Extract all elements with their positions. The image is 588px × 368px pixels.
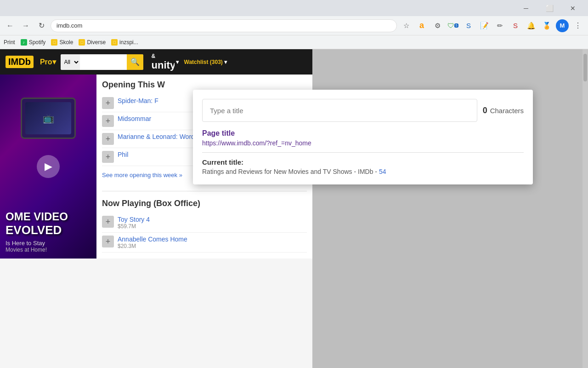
tv-icon: 📺: [43, 113, 54, 124]
diverse-label: Diverse: [87, 39, 106, 46]
movie-title-0[interactable]: Spider-Man: F: [118, 97, 158, 104]
playing-info-1: Annabelle Comes Home $20.3M: [118, 236, 187, 249]
skole-label: Skole: [59, 39, 73, 46]
minimize-button[interactable]: ─: [515, 0, 537, 16]
add-movie-btn-2[interactable]: +: [102, 133, 114, 145]
spotify-label: Spotify: [29, 39, 46, 46]
s-extension-icon[interactable]: S: [462, 19, 475, 32]
playing-item-0: + Toy Story 4 $59.7M: [102, 213, 307, 233]
imdb-pro-label: Pro▾: [40, 58, 56, 66]
now-playing-title: Now Playing (Box Office): [102, 199, 307, 208]
shield-extension-icon[interactable]: 🛡5: [447, 19, 459, 32]
movie-info-3: Phil: [118, 151, 128, 158]
imdb-logo: IMDb: [6, 56, 34, 68]
bookmark-print[interactable]: Print: [4, 39, 15, 46]
browser-toolbar: ← → ↻ imdb.com ☆ a ⚙ 🛡5 S 📝 ✏ S 🔔 🏅 M ⋮: [0, 16, 588, 35]
current-title-label: Current title:: [202, 158, 524, 166]
bookmark-spotify[interactable]: ♪ Spotify: [21, 39, 46, 46]
imdb-search-button[interactable]: 🔍: [127, 54, 143, 70]
bell-extension-icon[interactable]: 🔔: [525, 19, 537, 32]
playing-price-0: $59.7M: [118, 223, 150, 230]
opening-section-title: Opening This W: [102, 80, 307, 90]
watchlist-label: Watchlist (303): [184, 59, 223, 65]
tv-screen: 📺: [25, 102, 71, 134]
add-movie-btn-3[interactable]: +: [102, 151, 114, 163]
char-count-display: 0 Characters: [483, 106, 524, 115]
title-bar: ─ ⬜ ✕: [0, 0, 588, 16]
playing-title-1[interactable]: Annabelle Comes Home: [118, 236, 187, 243]
imdb-search-select[interactable]: All: [61, 54, 80, 70]
imdb-header: IMDb Pro▾ All 🔍 &unity ▾: [0, 49, 312, 75]
section-divider: [102, 191, 307, 191]
imdb-pro-text: Pro: [40, 58, 52, 66]
bookmarks-bar: Print ♪ Spotify □ Skole □ Diverse □ inzs…: [0, 35, 588, 49]
star-icon[interactable]: ☆: [400, 19, 413, 32]
playing-info-0: Toy Story 4 $59.7M: [118, 216, 150, 230]
imdb-nav: &unity ▾ Watchlist (303) ▾: [152, 53, 227, 71]
add-playing-btn-0[interactable]: +: [102, 216, 114, 228]
playing-item-1: + Annabelle Comes Home $20.3M: [102, 233, 307, 253]
hero-title-line2: EVOLVED: [6, 224, 91, 236]
hero-image: 📺 ▶ OME VIDEO EVOLVED Is Here to Stay Mo…: [0, 75, 96, 259]
back-button[interactable]: ←: [4, 19, 17, 32]
hero-title-line1: OME VIDEO: [6, 211, 91, 222]
maximize-button[interactable]: ⬜: [539, 0, 560, 16]
scrollbar[interactable]: [582, 49, 588, 368]
characters-label: Characters: [490, 107, 524, 115]
spotify-icon: ♪: [21, 39, 27, 46]
gear-icon[interactable]: ⚙: [431, 19, 444, 32]
close-button[interactable]: ✕: [562, 0, 583, 16]
unity-text: unity: [152, 59, 175, 71]
current-title-char-count: 54: [379, 168, 386, 175]
add-movie-btn-1[interactable]: +: [102, 115, 114, 127]
skole-icon: □: [51, 39, 57, 46]
user-avatar[interactable]: M: [556, 19, 569, 32]
print-label: Print: [4, 39, 15, 46]
popup-divider: [202, 152, 524, 153]
add-movie-btn-0[interactable]: +: [102, 97, 114, 109]
content-area: IMDb Pro▾ All 🔍 &unity ▾: [0, 49, 588, 368]
reload-button[interactable]: ↻: [35, 19, 48, 32]
current-title-section: Current title: Ratings and Reviews for N…: [202, 158, 524, 175]
playing-price-1: $20.3M: [118, 243, 187, 249]
edit-extension-icon[interactable]: ✏: [493, 19, 506, 32]
imdb-watchlist-nav[interactable]: Watchlist (303) ▾: [184, 59, 227, 65]
title-input[interactable]: [202, 99, 477, 122]
inzspi-icon: □: [111, 39, 118, 46]
bookmark-diverse[interactable]: □ Diverse: [79, 39, 106, 46]
title-editor-popup: 0 Characters Page title https://www.imdb…: [193, 90, 533, 184]
page-url[interactable]: https://www.imdb.com/?ref_=nv_home: [202, 139, 524, 147]
add-playing-btn-1[interactable]: +: [102, 236, 114, 247]
bookmark-inzspi[interactable]: □ inzspi...: [111, 39, 138, 46]
current-title-value: Ratings and Reviews for New Movies and T…: [202, 168, 524, 175]
hero-sub2: Movies at Home!: [6, 247, 91, 253]
play-button[interactable]: ▶: [37, 155, 60, 178]
tv-shape: 📺: [21, 98, 76, 139]
pencil-extension-icon[interactable]: 📝: [478, 19, 491, 32]
page-title-label: Page title: [202, 129, 524, 138]
amazon-icon[interactable]: a: [415, 19, 428, 32]
menu-button[interactable]: ⋮: [571, 19, 584, 32]
bookmark-skole[interactable]: □ Skole: [51, 39, 73, 46]
red-s-extension-icon[interactable]: S: [509, 19, 522, 32]
current-title-text: Ratings and Reviews for New Movies and T…: [202, 168, 379, 175]
tv-container: 📺: [21, 88, 76, 146]
imdb-community-nav[interactable]: &unity ▾: [152, 53, 179, 71]
address-bar[interactable]: imdb.com: [51, 19, 397, 32]
left-panel: 📺 ▶ OME VIDEO EVOLVED Is Here to Stay Mo…: [0, 75, 96, 259]
diverse-icon: □: [79, 39, 85, 46]
watchlist-arrow: ▾: [224, 59, 227, 65]
nav-arrow-0: ▾: [176, 59, 179, 65]
playing-title-0[interactable]: Toy Story 4: [118, 216, 150, 223]
imdb-search-bar[interactable]: All 🔍: [61, 54, 143, 70]
medal-extension-icon[interactable]: 🏅: [540, 19, 553, 32]
hero-sub1: Is Here to Stay: [6, 240, 91, 247]
movie-title-3[interactable]: Phil: [118, 151, 128, 158]
input-row: 0 Characters: [202, 99, 524, 122]
scrollbar-thumb[interactable]: [583, 54, 587, 81]
forward-button[interactable]: →: [19, 19, 32, 32]
see-more-text: See more opening this week »: [102, 172, 182, 178]
inzspi-label: inzspi...: [119, 39, 138, 46]
page-title-section: Page title https://www.imdb.com/?ref_=nv…: [202, 129, 524, 147]
nav-item-label-0: &unity: [152, 53, 175, 71]
